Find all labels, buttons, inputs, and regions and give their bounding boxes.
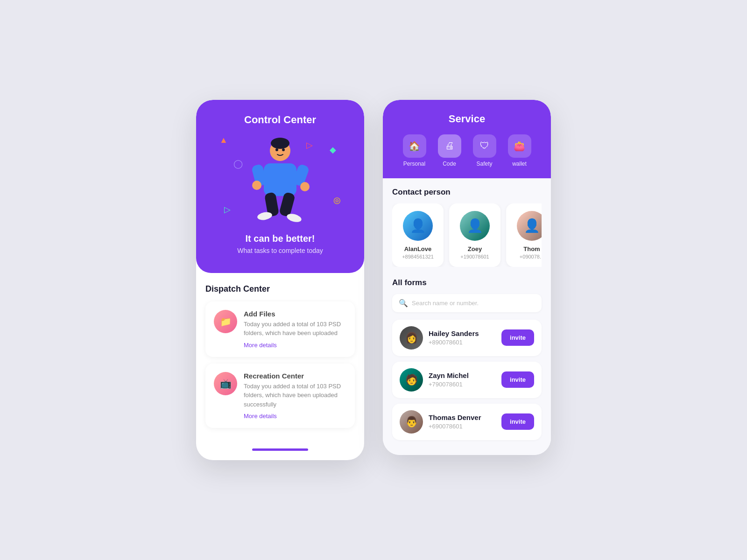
form-avatar-hailey: 👩 [400,326,423,350]
shape-triangle: ▲ [219,135,228,145]
tab-code[interactable]: 🖨 Code [438,134,461,167]
service-body: Contact person 👤 AlanLove +8984561321 👤 … [383,178,551,455]
form-item-zayn: 🧑 Zayn Michel +790078601 invite [392,362,542,398]
dispatch-name-0: Add Files [244,310,346,318]
dispatch-icon-1: 📺 [214,372,237,395]
contact-section-title: Contact person [392,188,542,197]
tab-wallet-label: wallet [512,161,527,167]
form-name-zayn: Zayn Michel [429,371,496,379]
contact-phone-thom: +090078... [513,254,542,259]
service-tabs: 🏠 Personal 🖨 Code 🛡 Safety 👛 wallet [392,134,542,167]
dispatch-content-0: Add Files Today you added a total of 103… [244,310,346,349]
form-name-thomas: Thomas Denver [429,413,496,421]
service-header: Service 🏠 Personal 🖨 Code 🛡 Safety 👛 wal… [383,100,551,178]
form-item-thomas: 👨 Thomas Denver +690078601 invite [392,404,542,440]
svg-rect-2 [264,163,296,196]
form-info-hailey: Hailey Sanders +890078601 [429,329,496,346]
svg-point-12 [282,148,285,151]
dispatch-more-0[interactable]: More details [244,342,346,349]
dispatch-section: Dispatch Center 📁 Add Files Today you ad… [196,273,364,444]
dispatch-card-1: 📺 Recreation Center Today you added a to… [205,364,355,428]
invite-button-hailey[interactable]: invite [501,329,534,346]
tab-code-label: Code [443,161,456,167]
left-phone: Control Center ▲ ◆ ◯ ◎ ▷ ▷ [196,100,364,461]
dispatch-icon-0: 📁 [214,310,237,333]
search-placeholder: Search name or number. [412,300,479,307]
tab-wallet-icon-wrap: 👛 [508,134,531,158]
tab-personal[interactable]: 🏠 Personal [403,134,426,167]
invite-button-thomas[interactable]: invite [501,413,534,430]
phone-left-bottom [196,444,364,460]
dispatch-more-1[interactable]: More details [244,413,346,420]
dispatch-title: Dispatch Center [205,284,355,294]
shape-triangle3: ▷ [306,140,313,150]
control-title: Control Center [205,114,355,126]
form-phone-zayn: +790078601 [429,381,496,388]
contact-avatar-zoey: 👤 [460,211,490,241]
service-title: Service [392,113,542,125]
tab-code-icon-wrap: 🖨 [438,134,461,158]
contact-name-zoey: Zoey [456,245,494,252]
contact-name-thom: Thom [513,245,542,252]
form-avatar-thomas: 👨 [400,410,423,434]
screen-container: Control Center ▲ ◆ ◯ ◎ ▷ ▷ [196,100,551,461]
dispatch-content-1: Recreation Center Today you added a tota… [244,372,346,420]
tab-safety-label: Safety [476,161,492,167]
control-header: Control Center ▲ ◆ ◯ ◎ ▷ ▷ [196,100,364,273]
form-item-hailey: 👩 Hailey Sanders +890078601 invite [392,320,542,356]
shape-circle: ◯ [233,159,243,169]
right-phone: Service 🏠 Personal 🖨 Code 🛡 Safety 👛 wal… [383,100,551,455]
home-indicator [252,448,308,451]
tab-safety-icon-wrap: 🛡 [473,134,496,158]
svg-point-11 [275,148,278,151]
form-phone-thomas: +690078601 [429,423,496,430]
form-name-hailey: Hailey Sanders [429,329,496,337]
shape-diamond: ◆ [330,145,336,155]
search-icon: 🔍 [399,299,408,308]
form-phone-hailey: +890078601 [429,339,496,346]
contact-scroll: 👤 AlanLove +8984561321 👤 Zoey +190078601… [392,203,542,267]
form-info-thomas: Thomas Denver +690078601 [429,413,496,430]
tab-wallet[interactable]: 👛 wallet [508,134,531,167]
invite-button-zayn[interactable]: invite [501,371,534,388]
form-avatar-zayn: 🧑 [400,368,423,392]
dispatch-card-0: 📁 Add Files Today you added a total of 1… [205,301,355,357]
dispatch-desc-1: Today you added a total of 103 PSD folde… [244,382,346,409]
svg-point-1 [271,138,289,149]
contact-avatar-alanlove: 👤 [403,211,433,241]
form-info-zayn: Zayn Michel +790078601 [429,371,496,388]
dispatch-desc-0: Today you added a total of 103 PSD folde… [244,320,346,338]
dispatch-name-1: Recreation Center [244,372,346,380]
character-svg [250,138,310,226]
contact-avatar-thom: 👤 [517,211,542,241]
contact-phone-zoey: +190078601 [456,254,494,259]
forms-section-title: All forms [392,278,542,287]
tab-personal-label: Personal [403,161,425,167]
shape-triangle2: ▷ [224,204,231,215]
svg-point-6 [300,182,310,191]
tagline-subtitle: What tasks to complete today [205,247,355,254]
contact-phone-alanlove: +8984561321 [399,254,437,259]
tab-safety[interactable]: 🛡 Safety [473,134,496,167]
form-list: 👩 Hailey Sanders +890078601 invite 🧑 Zay… [392,320,542,440]
contact-card-zoey[interactable]: 👤 Zoey +190078601 [449,203,500,267]
character-area: ▲ ◆ ◯ ◎ ▷ ▷ [205,131,355,233]
contact-card-thom[interactable]: 👤 Thom +090078... [506,203,542,267]
tagline-title: It can be better! [205,233,355,244]
shape-ring: ◎ [333,195,341,205]
contact-name-alanlove: AlanLove [399,245,437,252]
contact-card-alanlove[interactable]: 👤 AlanLove +8984561321 [392,203,444,267]
tab-personal-icon-wrap: 🏠 [403,134,426,158]
svg-point-5 [252,181,261,190]
search-bar[interactable]: 🔍 Search name or number. [392,294,542,312]
control-tagline: It can be better! What tasks to complete… [205,233,355,254]
